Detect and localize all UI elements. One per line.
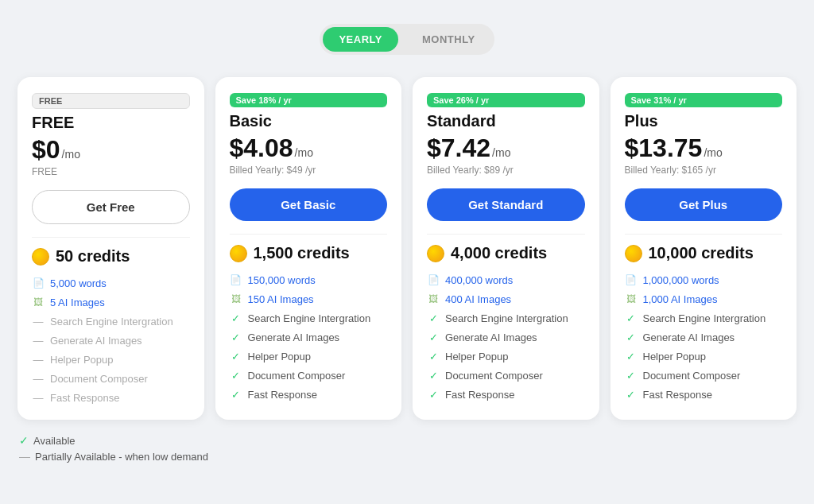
price-row: $4.08 /mo <box>230 134 388 163</box>
features-list: 📄 400,000 words 🖼 400 AI Images ✓ Search… <box>427 273 585 401</box>
plan-name: Standard <box>427 112 585 130</box>
feature-item: ✓ Helper Popup <box>230 350 388 362</box>
check-icon: ✓ <box>427 388 440 401</box>
coin-icon <box>625 245 642 262</box>
price-period: /mo <box>295 146 313 159</box>
check-icon: ✓ <box>427 331 440 343</box>
plan-badge: Save 26% / yr <box>427 93 585 107</box>
feature-item: ✓ Helper Popup <box>625 350 783 362</box>
divider <box>625 234 783 235</box>
check-icon: ✓ <box>625 350 638 362</box>
feature-item: — Document Composer <box>32 372 190 385</box>
pricing-cards: FREE FREE $0 /mo FREE Get Free 50 credit… <box>17 77 797 420</box>
feature-item: ✓ Fast Response <box>230 388 388 401</box>
price-period: /mo <box>492 146 510 159</box>
credits-row: 50 credits <box>32 247 190 266</box>
feature-item: 📄 400,000 words <box>427 273 585 286</box>
dash-icon: — <box>32 353 45 366</box>
feature-item: 📄 150,000 words <box>230 273 388 286</box>
check-icon: ✓ <box>230 331 242 343</box>
feature-item: ✓ Document Composer <box>230 369 388 382</box>
legend: ✓ Available — Partially Available - when… <box>16 434 208 463</box>
cta-button[interactable]: Get Basic <box>230 188 388 221</box>
dash-icon: — <box>32 391 45 404</box>
book-icon: 📄 <box>32 277 45 289</box>
check-icon: ✓ <box>427 312 440 324</box>
image-icon: 🖼 <box>427 293 440 305</box>
divider <box>427 234 585 235</box>
feature-item: 🖼 150 AI Images <box>230 293 388 305</box>
billed-info: FREE <box>32 166 190 179</box>
image-icon: 🖼 <box>32 296 45 308</box>
price-period: /mo <box>704 146 722 159</box>
plan-card-plus: Save 31% / yr Plus $13.75 /mo Billed Yea… <box>610 77 797 420</box>
feature-item: ✓ Helper Popup <box>427 350 585 362</box>
feature-item: ✓ Generate AI Images <box>230 331 388 343</box>
feature-item: ✓ Fast Response <box>427 388 585 401</box>
credits-text: 50 credits <box>56 247 130 266</box>
feature-item: — Fast Response <box>32 391 190 404</box>
plan-badge: FREE <box>32 93 190 109</box>
image-icon: 🖼 <box>230 293 242 305</box>
check-icon: ✓ <box>625 331 638 343</box>
feature-item: ✓ Search Engine Intergration <box>625 312 783 324</box>
plan-name: Basic <box>230 112 388 130</box>
feature-item: — Search Engine Intergration <box>32 315 190 328</box>
price-row: $13.75 /mo <box>625 134 783 163</box>
feature-item: ✓ Document Composer <box>625 369 783 382</box>
features-list: 📄 1,000,000 words 🖼 1,000 AI Images ✓ Se… <box>625 273 783 401</box>
credits-text: 1,500 credits <box>254 244 350 262</box>
price-amount: $0 <box>32 135 60 165</box>
legend-available: ✓ Available <box>19 434 208 447</box>
feature-item: ✓ Document Composer <box>427 369 585 382</box>
cta-button[interactable]: Get Standard <box>427 188 585 221</box>
plan-card-free: FREE FREE $0 /mo FREE Get Free 50 credit… <box>17 77 204 420</box>
check-icon: ✓ <box>427 369 440 382</box>
price-row: $0 /mo <box>32 135 190 165</box>
yearly-toggle-btn[interactable]: YEARLY <box>323 27 398 52</box>
feature-item: 📄 1,000,000 words <box>625 273 783 286</box>
check-icon: ✓ <box>230 369 242 382</box>
feature-item: — Generate AI Images <box>32 334 190 347</box>
billed-info: Billed Yearly: $89 /yr <box>427 165 585 177</box>
check-icon: ✓ <box>625 312 638 324</box>
billed-info: Billed Yearly: $49 /yr <box>230 165 388 177</box>
feature-item: 📄 5,000 words <box>32 277 190 289</box>
feature-item: — Helper Popup <box>32 353 190 366</box>
price-amount: $13.75 <box>625 134 703 163</box>
billed-info: Billed Yearly: $165 /yr <box>625 165 783 177</box>
feature-item: 🖼 400 AI Images <box>427 293 585 305</box>
coin-icon <box>230 245 247 262</box>
divider <box>230 234 388 235</box>
feature-item: ✓ Search Engine Intergration <box>427 312 585 324</box>
plan-name: Plus <box>625 112 783 130</box>
dash-icon: — <box>32 372 45 385</box>
check-icon: ✓ <box>427 350 440 362</box>
plan-card-standard: Save 26% / yr Standard $7.42 /mo Billed … <box>413 77 599 420</box>
credits-text: 4,000 credits <box>451 244 547 262</box>
image-icon: 🖼 <box>625 293 638 305</box>
check-icon: ✓ <box>230 388 242 401</box>
dash-icon: — <box>32 315 45 328</box>
feature-item: ✓ Fast Response <box>625 388 783 401</box>
monthly-toggle-btn[interactable]: MONTHLY <box>406 27 491 52</box>
check-icon: ✓ <box>230 312 242 324</box>
credits-text: 10,000 credits <box>649 244 754 262</box>
coin-icon <box>32 248 49 266</box>
feature-item: ✓ Generate AI Images <box>625 331 783 343</box>
features-list: 📄 5,000 words 🖼 5 AI Images — Search Eng… <box>32 277 190 404</box>
book-icon: 📄 <box>427 273 440 286</box>
check-icon: ✓ <box>625 369 638 382</box>
dash-icon: — <box>32 334 45 347</box>
book-icon: 📄 <box>230 273 242 286</box>
check-icon: ✓ <box>230 350 242 362</box>
cta-button[interactable]: Get Plus <box>625 188 783 221</box>
price-row: $7.42 /mo <box>427 134 585 163</box>
price-amount: $4.08 <box>230 134 293 163</box>
divider <box>32 237 190 238</box>
features-list: 📄 150,000 words 🖼 150 AI Images ✓ Search… <box>230 273 388 401</box>
cta-button[interactable]: Get Free <box>32 190 190 224</box>
price-period: /mo <box>62 148 80 161</box>
credits-row: 10,000 credits <box>625 244 783 262</box>
plan-badge: Save 31% / yr <box>625 93 783 107</box>
